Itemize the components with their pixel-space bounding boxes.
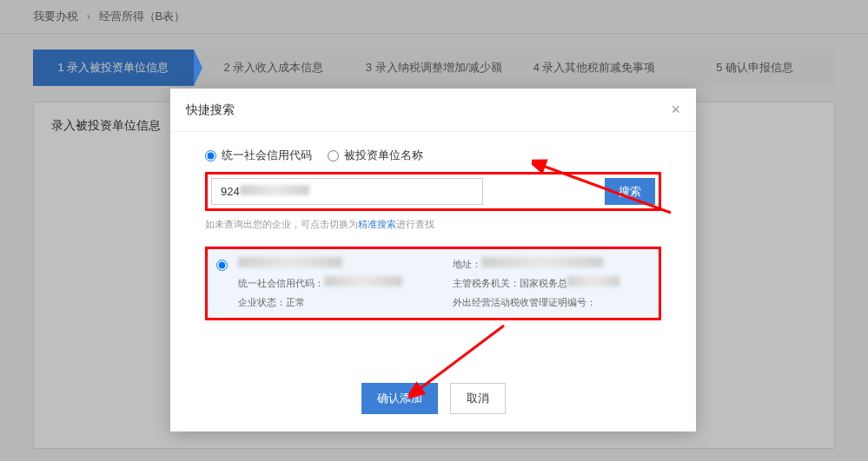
radio-credit-code[interactable]: 统一社会信用代码 <box>205 148 312 163</box>
radio-credit-code-label: 统一社会信用代码 <box>222 148 312 163</box>
quick-search-modal: 快捷搜索 × 统一社会信用代码 被投资单位名称 924 搜索 如未查询出您的企业… <box>170 89 696 431</box>
search-result-highlight: 地址： 统一社会信用代码： 主管税务机关：国家税务总 企业状态：正常 外出经营活… <box>205 247 661 320</box>
radio-credit-code-input[interactable] <box>205 150 216 161</box>
modal-body: 统一社会信用代码 被投资单位名称 924 搜索 如未查询出您的企业，可点击切换为… <box>170 132 696 369</box>
modal-title: 快捷搜索 <box>186 102 235 118</box>
search-type-radios: 统一社会信用代码 被投资单位名称 <box>205 148 661 163</box>
hint-prefix: 如未查询出您的企业，可点击切换为 <box>205 219 358 229</box>
result-name <box>238 256 435 273</box>
confirm-add-button[interactable]: 确认添加 <box>361 383 438 414</box>
precise-search-link[interactable]: 精准搜索 <box>358 219 396 229</box>
search-input[interactable]: 924 <box>211 178 483 205</box>
result-status: 企业状态：正常 <box>238 294 435 312</box>
result-tax-authority: 主管税务机关：国家税务总 <box>453 275 650 293</box>
result-address: 地址： <box>453 256 650 273</box>
search-button[interactable]: 搜索 <box>605 178 655 205</box>
result-cert: 外出经营活动税收管理证明编号： <box>453 294 650 312</box>
search-row-highlight: 924 搜索 <box>205 172 661 211</box>
radio-company-name[interactable]: 被投资单位名称 <box>328 148 423 163</box>
search-input-value: 924 <box>221 185 240 198</box>
radio-company-name-input[interactable] <box>328 150 339 161</box>
modal-header: 快捷搜索 × <box>170 89 696 132</box>
close-icon[interactable]: × <box>671 101 680 119</box>
result-radio[interactable] <box>216 260 228 271</box>
hint-suffix: 进行查找 <box>396 219 434 229</box>
cancel-button[interactable]: 取消 <box>450 383 506 414</box>
modal-footer: 确认添加 取消 <box>170 369 696 431</box>
search-hint: 如未查询出您的企业，可点击切换为精准搜索进行查找 <box>205 218 661 231</box>
result-credit-code: 统一社会信用代码： <box>238 275 435 293</box>
result-content[interactable]: 地址： 统一社会信用代码： 主管税务机关：国家税务总 企业状态：正常 外出经营活… <box>238 256 650 311</box>
radio-company-name-label: 被投资单位名称 <box>344 148 423 163</box>
